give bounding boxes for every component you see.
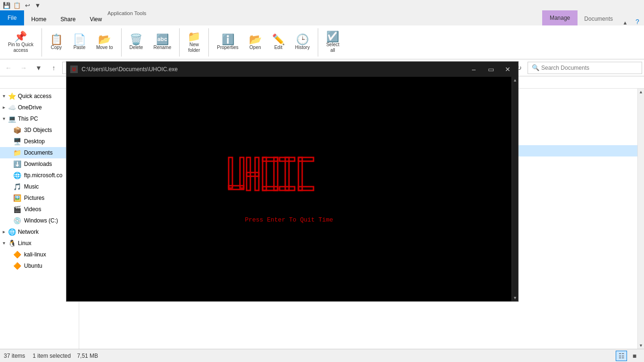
this-pc-label: This PC xyxy=(18,115,38,122)
svg-rect-5 xyxy=(255,157,259,190)
windows-c-icon: 💿 xyxy=(13,217,21,224)
forward-btn[interactable]: → xyxy=(17,61,30,74)
scroll-up-btn[interactable]: ▲ xyxy=(639,89,643,95)
desktop-icon: 🖥️ xyxy=(13,138,21,145)
console-window: U C:\Users\User\Documents\UHOIC.exe – ▭ … xyxy=(66,61,519,302)
up-btn[interactable]: ↑ xyxy=(47,61,60,74)
console-scroll-up[interactable]: ▲ xyxy=(512,77,518,83)
large-icons-view-btn[interactable]: ■ xyxy=(629,351,640,361)
linux-icon: 🐧 xyxy=(8,239,16,247)
linux-label: Linux xyxy=(18,240,32,247)
onedrive-icon: ☁️ xyxy=(8,104,16,111)
svg-rect-2 xyxy=(240,157,244,188)
paste-label: Paste xyxy=(74,45,86,50)
open-label: Open xyxy=(249,45,261,50)
select-all-btn[interactable]: ☑️ Selectall xyxy=(322,29,344,56)
history-label: History xyxy=(295,45,310,50)
3dobjects-label: 3D Objects xyxy=(24,127,52,133)
chevron-right-icon: ► xyxy=(2,105,6,110)
open-icon: 📂 xyxy=(249,34,262,45)
delete-btn[interactable]: 🗑️ Delete xyxy=(125,32,148,52)
ubuntu-label: Ubuntu xyxy=(24,263,42,269)
tab-manage[interactable]: Manage xyxy=(542,10,578,25)
pin-to-quick-access-btn[interactable]: 📌 Pin to Quickaccess xyxy=(4,29,38,56)
search-icon: 🔍 xyxy=(532,64,539,71)
rename-icon: 🔤 xyxy=(156,34,169,45)
pictures-label: Pictures xyxy=(24,195,44,201)
ribbon-sep-4 xyxy=(208,28,209,57)
chevron-right-network-icon: ► xyxy=(2,230,6,234)
delete-label: Delete xyxy=(130,45,143,50)
pin-label: Pin to Quickaccess xyxy=(8,42,33,53)
back-btn[interactable]: ← xyxy=(2,61,15,74)
svg-rect-14 xyxy=(298,157,302,190)
tab-file[interactable]: File xyxy=(0,10,24,25)
ribbon-sep-5 xyxy=(318,28,318,57)
svg-rect-9 xyxy=(274,157,278,190)
help-btn[interactable]: ? xyxy=(631,18,644,25)
edit-icon: ✏️ xyxy=(272,34,285,45)
properties-btn[interactable]: ℹ️ Properties xyxy=(213,32,243,52)
kali-icon: 🔶 xyxy=(13,251,21,258)
paste-btn[interactable]: 📄 Paste xyxy=(69,32,90,52)
pin-icon: 📌 xyxy=(14,32,27,42)
network-icon: 🌐 xyxy=(8,228,16,236)
right-scrollbar: ▲ ▼ xyxy=(637,89,644,349)
network-label: Network xyxy=(18,229,39,235)
search-box[interactable]: 🔍 xyxy=(528,62,642,74)
console-close-btn[interactable]: ✕ xyxy=(501,64,514,74)
history-btn[interactable]: 🕒 History xyxy=(291,32,314,52)
select-all-label: Selectall xyxy=(326,42,339,53)
svg-rect-0 xyxy=(229,157,232,188)
ribbon-panel: 📌 Pin to Quickaccess 📋 Copy 📄 Paste 📂 Mo… xyxy=(0,25,644,59)
select-all-icon: ☑️ xyxy=(326,32,339,42)
details-view-btn[interactable]: ☷ xyxy=(616,351,627,361)
quick-access-label: Quick access xyxy=(18,93,51,99)
console-titlebar: U C:\Users\User\Documents\UHOIC.exe – ▭ … xyxy=(66,62,518,77)
qat-properties[interactable]: 📋 xyxy=(12,0,22,10)
tab-home[interactable]: Home xyxy=(24,12,53,25)
ubuntu-icon: 🔶 xyxy=(13,262,21,270)
console-app-icon: U xyxy=(70,66,78,73)
ribbon-sep-3 xyxy=(179,28,180,57)
music-icon: 🎵 xyxy=(13,183,21,190)
status-bar: 37 items 1 item selected 7,51 MB ☷ ■ xyxy=(0,349,644,362)
qat-undo[interactable]: ↩ xyxy=(23,0,32,10)
qat-dropdown[interactable]: ▼ xyxy=(33,0,42,10)
onedrive-label: OneDrive xyxy=(18,104,42,111)
copy-btn[interactable]: 📋 Copy xyxy=(46,32,67,52)
console-minimize-btn[interactable]: – xyxy=(467,64,480,74)
open-btn[interactable]: 📂 Open xyxy=(245,32,266,52)
tab-share[interactable]: Share xyxy=(53,12,83,25)
chevron-down-linux-icon: ▼ xyxy=(2,241,6,246)
new-folder-btn[interactable]: 📁 Newfolder xyxy=(183,29,205,56)
kali-label: kali-linux xyxy=(24,251,46,258)
chevron-down-icon-2: ▼ xyxy=(2,116,6,121)
music-label: Music xyxy=(24,183,39,190)
console-scroll-down[interactable]: ▼ xyxy=(512,295,518,301)
documents-label: Documents xyxy=(24,149,53,156)
edit-btn[interactable]: ✏️ Edit xyxy=(268,32,289,52)
properties-label: Properties xyxy=(217,45,239,50)
scroll-down-btn[interactable]: ▼ xyxy=(639,342,643,349)
tab-documents[interactable]: Documents xyxy=(578,12,619,25)
quick-access-toolbar: 💾 📋 ↩ ▼ xyxy=(0,0,644,10)
status-view-controls: ☷ ■ xyxy=(616,351,640,361)
windows-c-label: Windows (C:) xyxy=(24,217,58,224)
rename-btn[interactable]: 🔤 Rename xyxy=(149,32,175,52)
press-enter-text: Press Enter To Quit Time xyxy=(245,216,333,223)
downloads-label: Downloads xyxy=(24,161,52,167)
recent-btn[interactable]: ▼ xyxy=(32,61,45,74)
ribbon-sep-2 xyxy=(121,28,122,57)
svg-rect-6 xyxy=(263,157,266,190)
tab-view[interactable]: View xyxy=(83,12,109,25)
search-input[interactable] xyxy=(541,65,638,71)
ribbon-sep-1 xyxy=(41,28,42,57)
ribbon-collapse-btn[interactable]: ▲ xyxy=(619,20,631,25)
move-label: Move to xyxy=(96,45,113,50)
console-restore-btn[interactable]: ▭ xyxy=(484,64,497,74)
edit-label: Edit xyxy=(274,45,282,50)
svg-rect-15 xyxy=(298,187,314,190)
qat-save[interactable]: 💾 xyxy=(2,0,11,10)
move-to-btn[interactable]: 📂 Move to xyxy=(92,32,117,52)
